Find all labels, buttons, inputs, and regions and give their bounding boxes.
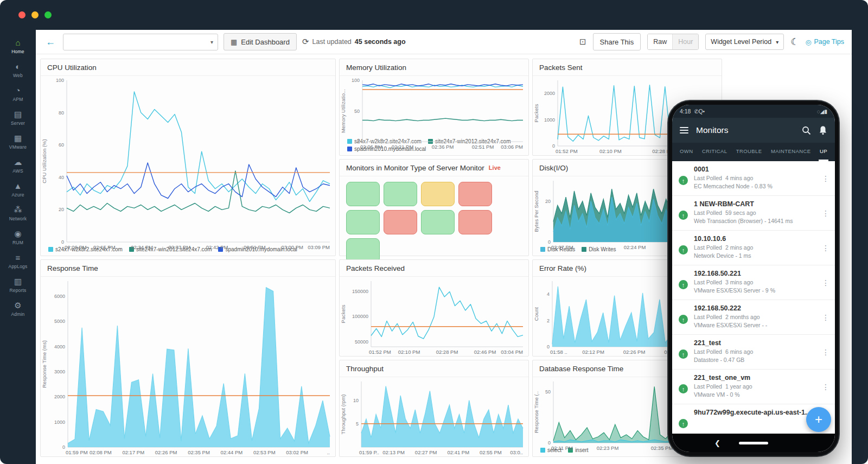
phone-status-bar: 4:18 ✆Q• ◌◢▮ bbox=[672, 105, 835, 118]
monitor-detail: VMware ESX/ESXi Server - 9 % bbox=[694, 287, 821, 294]
sidebar-item-applogs[interactable]: ≡AppLogs bbox=[2, 250, 34, 273]
sidebar-item-home[interactable]: ⌂Home bbox=[2, 35, 34, 58]
widget-title: Disk(I/O) bbox=[539, 164, 568, 172]
toolbar: ← ▾ ▦ Edit Dashboard ⟳ Last updated 45 s… bbox=[36, 30, 852, 54]
sidebar-item-azure[interactable]: ▲Azure bbox=[2, 179, 34, 201]
phone-tab-own[interactable]: OWN bbox=[679, 143, 694, 161]
monitor-item-body: 9hu772w99g.execute-api.us-east-1.... bbox=[694, 409, 821, 416]
phone-monitor-list: ↑0001Last Polled4 mins agoEC Memcached N… bbox=[672, 161, 835, 434]
sidebar-item-reports[interactable]: ▥Reports bbox=[2, 274, 34, 297]
svg-text:80: 80 bbox=[59, 110, 64, 116]
kebab-menu-icon[interactable]: ⋮ bbox=[822, 383, 829, 391]
monitor-item-body: 1 NEW-RBM-CARTLast Polled59 secs agoWeb … bbox=[694, 200, 821, 224]
svg-text:1000: 1000 bbox=[54, 419, 65, 425]
last-updated: ⟳ Last updated 45 seconds ago bbox=[302, 37, 406, 47]
search-icon[interactable] bbox=[802, 126, 811, 135]
svg-text:10: 10 bbox=[353, 398, 359, 403]
monitor-tile-down[interactable] bbox=[458, 182, 492, 206]
monitor-item-body: 0001Last Polled4 mins agoEC Memcached No… bbox=[694, 166, 821, 189]
sidebar-item-apm[interactable]: ◔APM bbox=[2, 83, 34, 106]
status-up-icon: ↑ bbox=[679, 176, 688, 185]
back-arrow-icon[interactable]: ← bbox=[43, 36, 58, 48]
svg-text:50: 50 bbox=[545, 389, 551, 395]
svg-text:02:35 PM: 02:35 PM bbox=[188, 449, 210, 455]
dashboard-select[interactable]: ▾ bbox=[63, 34, 218, 50]
monitor-tile-up[interactable] bbox=[421, 210, 455, 234]
minimize-window-button[interactable] bbox=[31, 11, 39, 18]
kebab-menu-icon[interactable]: ⋮ bbox=[822, 348, 829, 357]
monitor-tile-up[interactable] bbox=[384, 182, 417, 206]
status-icon: • bbox=[703, 109, 705, 115]
svg-text:4: 4 bbox=[547, 291, 550, 297]
phone-page-title: Monitors bbox=[696, 125, 794, 135]
share-this-button[interactable]: Share This bbox=[593, 33, 641, 50]
monitor-tile-up[interactable] bbox=[346, 182, 380, 206]
close-window-button[interactable] bbox=[18, 11, 25, 18]
widget-level-period-select[interactable]: Widget Level Period ▾ bbox=[705, 34, 784, 50]
list-item[interactable]: ↑221_test_one_vmLast Polled1 year agoVMw… bbox=[672, 370, 835, 404]
svg-text:02:44 PM: 02:44 PM bbox=[221, 449, 243, 455]
phone-tab-up[interactable]: UP bbox=[819, 143, 828, 161]
phone-tab-critical[interactable]: CRITICAL bbox=[701, 143, 728, 161]
last-polled-label: Last Polled bbox=[694, 279, 722, 285]
list-item[interactable]: ↑10.10.10.6Last Polled2 mins agoNetwork … bbox=[672, 231, 835, 265]
bell-icon[interactable] bbox=[819, 125, 827, 135]
widget-title: CPU Utilization bbox=[47, 63, 97, 72]
sidebar-item-aws[interactable]: ☁AWS bbox=[2, 155, 34, 177]
sidebar-item-web[interactable]: ◐Web bbox=[2, 59, 34, 82]
throughput-chart: 510Throughput (rpm)01:59 P..02:13 PM02:2… bbox=[340, 377, 528, 456]
phone-nav-bar: ❮ bbox=[672, 434, 835, 452]
svg-text:150000: 150000 bbox=[352, 289, 368, 294]
svg-text:0: 0 bbox=[547, 344, 550, 349]
list-item[interactable]: ↑192.168.50.221Last Polled3 mins agoVMwa… bbox=[672, 265, 835, 300]
sidebar-item-vmware[interactable]: ▦VMware bbox=[2, 131, 34, 154]
azure-icon: ▲ bbox=[14, 182, 22, 190]
edit-dashboard-button[interactable]: ▦ Edit Dashboard bbox=[224, 33, 297, 50]
kebab-menu-icon[interactable]: ⋮ bbox=[822, 174, 829, 183]
zoom-window-button[interactable] bbox=[44, 11, 52, 18]
kebab-menu-icon[interactable]: ⋮ bbox=[822, 244, 829, 252]
sidebar-item-rum[interactable]: ◉RUM bbox=[2, 226, 34, 249]
list-item[interactable]: ↑1 NEW-RBM-CARTLast Polled59 secs agoWeb… bbox=[672, 196, 835, 231]
monitor-tile-down[interactable] bbox=[384, 210, 417, 234]
hour-option[interactable]: Hour bbox=[672, 34, 698, 49]
svg-text:02:13 PM: 02:13 PM bbox=[382, 449, 405, 455]
add-monitor-fab[interactable]: + bbox=[806, 407, 831, 432]
monitor-tile-up[interactable] bbox=[346, 210, 380, 234]
widget-header: Memory Utilization bbox=[340, 59, 528, 76]
monitor-item-body: 192.168.50.222Last Polled2 months agoVMw… bbox=[694, 304, 821, 328]
dark-mode-moon-icon[interactable]: ☾ bbox=[790, 36, 799, 48]
response-time-chart: 0100020003000400050006000Response Time (… bbox=[41, 277, 335, 456]
sidebar-item-network[interactable]: ⁂Network bbox=[2, 202, 34, 225]
display-share-icon[interactable]: ⊡ bbox=[579, 37, 586, 47]
last-polled-value: 6 mins ago bbox=[725, 348, 753, 355]
status-up-icon: ↑ bbox=[679, 211, 688, 220]
sidebar-item-server[interactable]: ▤Server bbox=[2, 107, 34, 130]
monitor-name: 221_test bbox=[694, 339, 821, 347]
list-item[interactable]: ↑221_testLast Polled6 mins agoDatastore … bbox=[672, 335, 835, 370]
last-polled-row: Last Polled4 mins ago bbox=[694, 175, 821, 181]
chart-canvas: 050100Memory Utilizatio...02:06 PM02:21 … bbox=[340, 76, 528, 151]
kebab-menu-icon[interactable]: ⋮ bbox=[822, 313, 829, 322]
phone-tab-trouble[interactable]: TROUBLE bbox=[735, 143, 763, 161]
kebab-menu-icon[interactable]: ⋮ bbox=[822, 278, 829, 287]
svg-text:02:51 PM: 02:51 PM bbox=[472, 144, 494, 150]
monitor-tile-warning[interactable] bbox=[421, 182, 455, 206]
raw-option[interactable]: Raw bbox=[648, 34, 672, 49]
sidebar-item-admin[interactable]: ⚙Admin bbox=[2, 298, 34, 321]
cpu-utilization-chart: 020406080100CPU Utilization (%)02:06 PM0… bbox=[41, 76, 335, 245]
svg-text:0: 0 bbox=[548, 239, 551, 245]
home-gesture-pill[interactable] bbox=[739, 442, 768, 444]
monitor-name: 9hu772w99g.execute-api.us-east-1.... bbox=[694, 409, 821, 416]
list-item[interactable]: ↑0001Last Polled4 mins agoEC Memcached N… bbox=[672, 161, 835, 196]
refresh-icon[interactable]: ⟳ bbox=[302, 37, 309, 47]
web-icon: ◐ bbox=[15, 62, 20, 71]
hamburger-menu-icon[interactable] bbox=[680, 127, 688, 134]
nav-back-icon[interactable]: ❮ bbox=[714, 439, 720, 447]
monitor-tile-down[interactable] bbox=[458, 210, 492, 234]
kebab-menu-icon[interactable]: ⋮ bbox=[822, 209, 829, 218]
svg-text:02:21 PM: 02:21 PM bbox=[392, 144, 414, 150]
page-tips-button[interactable]: ◎ Page Tips bbox=[805, 38, 844, 46]
phone-tab-maintenance[interactable]: MAINTENANCE bbox=[770, 143, 812, 161]
list-item[interactable]: ↑192.168.50.222Last Polled2 months agoVM… bbox=[672, 300, 835, 335]
